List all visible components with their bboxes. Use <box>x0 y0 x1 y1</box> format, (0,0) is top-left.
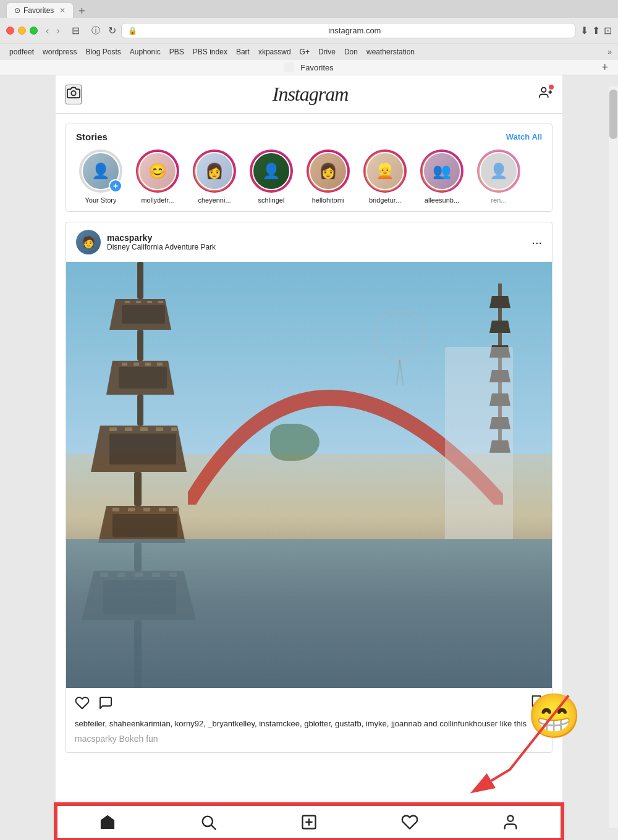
close-button[interactable] <box>6 27 14 35</box>
svg-rect-52 <box>173 508 179 511</box>
post-header: 🧑 macsparky Disney California Adventure … <box>66 222 552 262</box>
svg-rect-49 <box>128 508 135 511</box>
story-item-mollydefr[interactable]: 😊 mollydefr... <box>133 149 182 204</box>
story-ring: 👥 <box>420 149 464 193</box>
post-container: 🧑 macsparky Disney California Adventure … <box>66 222 552 753</box>
bookmark-wordpress[interactable]: wordpress <box>40 46 80 57</box>
svg-rect-45 <box>134 472 142 506</box>
post-likes: sebfeiler, shaheenkarimian, korny92, _br… <box>66 718 552 734</box>
story-ring: 👤 <box>250 149 293 193</box>
new-tab-button[interactable]: + <box>75 5 89 18</box>
stories-scroll: 👤 + Your Story 😊 mollydefr... <box>76 149 542 204</box>
story-item-your-story[interactable]: 👤 + Your Story <box>76 149 125 204</box>
nav-activity[interactable] <box>401 813 418 831</box>
download-button[interactable]: ⬇ <box>580 25 588 36</box>
nav-add[interactable] <box>300 813 318 831</box>
comment-button[interactable] <box>98 695 113 710</box>
nav-home[interactable] <box>99 813 116 831</box>
address-bar[interactable]: 🔒 instagram.com <box>121 23 575 38</box>
svg-rect-27 <box>136 301 141 303</box>
bookmark-drive[interactable]: Drive <box>315 46 339 57</box>
sidebar-button[interactable]: ⊟ <box>68 23 83 38</box>
bookmark-blogposts[interactable]: Blog Posts <box>82 46 124 57</box>
tab-close-btn[interactable]: ✕ <box>59 6 66 15</box>
avatar: 😊 <box>138 152 177 190</box>
tab-bar: ⊙ Favorites ✕ + <box>0 0 618 18</box>
story-username: ren... <box>491 196 506 204</box>
story-username: Your Story <box>85 196 117 204</box>
nav-profile[interactable] <box>502 813 519 831</box>
browser-window: ⊙ Favorites ✕ + ‹ › ⊟ ⓘ ↻ 🔒 instagram.co… <box>0 0 618 817</box>
header-actions <box>539 86 552 103</box>
story-avatar-wrapper: 👤 + <box>79 149 122 193</box>
svg-rect-9 <box>498 284 502 296</box>
tree <box>270 424 320 461</box>
maximize-button[interactable] <box>30 27 38 35</box>
scrollbar-thumb[interactable] <box>609 90 617 139</box>
url-text: instagram.com <box>141 26 569 35</box>
svg-rect-40 <box>109 427 117 431</box>
avatar: 👩 <box>309 152 347 190</box>
post-username[interactable]: macsparky <box>107 233 216 243</box>
story-item-bridgetur[interactable]: 👱 bridgetur... <box>360 149 410 204</box>
favorites-bar: Favorites + <box>0 60 618 75</box>
water-layer <box>66 539 552 689</box>
bookmark-pbsindex[interactable]: PBS index <box>190 46 231 57</box>
tabs-button[interactable]: ⊡ <box>604 25 612 36</box>
svg-marker-10 <box>489 296 510 308</box>
forward-button[interactable]: › <box>53 24 62 38</box>
bookmark-bart[interactable]: Bart <box>233 46 253 57</box>
bookmarks-more[interactable]: » <box>607 48 612 56</box>
security-icon: ⓘ <box>88 24 103 38</box>
minimize-button[interactable] <box>18 27 26 35</box>
nav-search[interactable] <box>200 813 217 831</box>
like-button[interactable] <box>75 695 90 710</box>
active-tab[interactable]: ⊙ Favorites ✕ <box>6 2 74 18</box>
bookmark-pbs[interactable]: PBS <box>166 46 187 57</box>
bookmark-auphonic[interactable]: Auphonic <box>127 46 164 57</box>
svg-rect-47 <box>112 514 177 537</box>
svg-rect-48 <box>112 508 119 511</box>
bookmark-podfeet[interactable]: podfeet <box>6 46 37 57</box>
bookmark-gplus[interactable]: G+ <box>297 46 313 57</box>
stories-section: Stories Watch All 👤 + Your Story <box>66 124 552 212</box>
story-username: bridgetur... <box>369 196 401 204</box>
watch-all-button[interactable]: Watch All <box>506 132 542 141</box>
camera-button[interactable] <box>66 85 82 104</box>
browser-titlebar: ‹ › ⊟ ⓘ ↻ 🔒 instagram.com ⬇ ⬆ ⊡ <box>0 18 618 43</box>
avatar: 👱 <box>366 152 404 190</box>
story-item-schlingel[interactable]: 👤 schlingel <box>247 149 296 204</box>
avatar: 👩 <box>195 152 234 190</box>
reload-button[interactable]: ↻ <box>108 25 116 36</box>
svg-rect-33 <box>122 363 127 366</box>
post-user-info: macsparky Disney California Adventure Pa… <box>107 233 216 251</box>
svg-rect-37 <box>137 395 143 426</box>
post-options-button[interactable]: ··· <box>531 235 542 250</box>
story-item-cheyenni[interactable]: 👩 cheyenni... <box>190 149 239 204</box>
story-username: hellohitomi <box>312 196 345 204</box>
add-user-button[interactable] <box>539 86 552 103</box>
svg-rect-13 <box>498 333 502 345</box>
post-image <box>66 262 552 688</box>
story-username: schlingel <box>258 196 285 204</box>
svg-rect-36 <box>157 363 163 366</box>
bookmark-don[interactable]: Don <box>341 46 361 57</box>
favorites-new-tab[interactable]: + <box>598 61 612 74</box>
browser-scrollbar[interactable] <box>609 86 618 828</box>
instagram-logo: Instagram <box>273 83 349 106</box>
story-item-alleesunb[interactable]: 👥 alleesunb... <box>417 149 467 204</box>
svg-rect-35 <box>145 363 151 366</box>
bookmark-xkpasswd[interactable]: xkpasswd <box>255 46 294 57</box>
bookmark-weatherstation[interactable]: weatherstation <box>363 46 418 57</box>
svg-rect-43 <box>156 427 163 431</box>
story-item-hellohitomi[interactable]: 👩 hellohitomi <box>303 149 353 204</box>
svg-rect-29 <box>158 301 163 303</box>
avatar: 👤 <box>480 152 518 190</box>
story-item-ren[interactable]: 👤 ren... <box>474 149 523 204</box>
svg-rect-41 <box>125 427 132 431</box>
share-button[interactable]: ⬆ <box>592 25 600 36</box>
post-avatar[interactable]: 🧑 <box>76 230 101 254</box>
stories-title: Stories <box>76 132 108 142</box>
back-button[interactable]: ‹ <box>43 24 52 38</box>
add-story-button[interactable]: + <box>109 179 122 193</box>
